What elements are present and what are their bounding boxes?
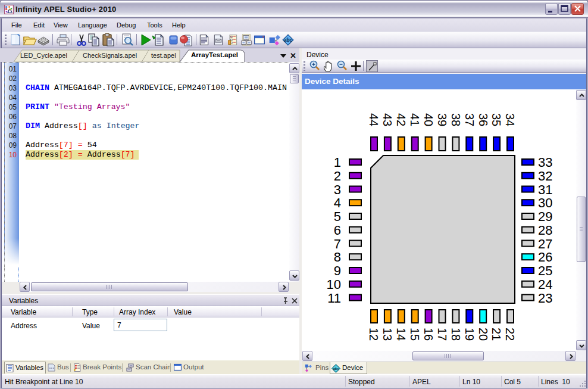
svg-text:20: 20	[477, 328, 490, 341]
svg-text:2: 2	[334, 169, 341, 183]
svg-text:19: 19	[463, 328, 476, 341]
svg-text:41: 41	[408, 113, 421, 126]
svg-text:18: 18	[449, 328, 462, 341]
svg-text:25: 25	[538, 263, 552, 278]
svg-text:40: 40	[422, 113, 435, 126]
svg-text:32: 32	[538, 169, 552, 183]
svg-text:abc: abc	[333, 367, 339, 371]
svg-text:36: 36	[477, 113, 490, 126]
svg-text:11: 11	[327, 291, 341, 306]
svg-text:26: 26	[538, 250, 552, 264]
svg-text:42: 42	[395, 113, 408, 126]
svg-text:abc: abc	[284, 37, 293, 43]
svg-text:22: 22	[503, 328, 517, 341]
svg-text:8: 8	[334, 250, 341, 264]
svg-text:34: 34	[503, 113, 517, 126]
svg-text:39: 39	[436, 113, 449, 126]
svg-text:7: 7	[334, 236, 341, 251]
svg-text:9: 9	[334, 263, 341, 278]
svg-text:3: 3	[334, 182, 341, 197]
svg-text:16: 16	[422, 328, 435, 341]
svg-text:43: 43	[381, 113, 394, 126]
svg-text:38: 38	[449, 113, 462, 126]
svg-text:21: 21	[490, 328, 503, 341]
svg-text:35: 35	[490, 113, 503, 126]
svg-text:1: 1	[334, 155, 341, 170]
svg-text:6: 6	[334, 223, 341, 238]
svg-text:27: 27	[538, 236, 552, 251]
svg-text:29: 29	[538, 209, 552, 224]
svg-text:14: 14	[395, 328, 408, 341]
svg-text:37: 37	[463, 113, 476, 126]
svg-text:15: 15	[408, 328, 421, 341]
svg-text:10: 10	[327, 277, 341, 292]
svg-text:24: 24	[538, 277, 552, 292]
svg-text:33: 33	[538, 155, 552, 170]
svg-text:5: 5	[334, 209, 341, 224]
svg-text:13: 13	[381, 328, 394, 341]
svg-text:31: 31	[538, 182, 552, 197]
svg-text:23: 23	[538, 291, 552, 306]
svg-text:4: 4	[334, 195, 341, 210]
svg-text:28: 28	[538, 223, 552, 238]
svg-text:44: 44	[367, 113, 380, 126]
svg-text:17: 17	[436, 328, 449, 341]
svg-text:12: 12	[367, 328, 380, 341]
svg-text:30: 30	[538, 195, 552, 210]
